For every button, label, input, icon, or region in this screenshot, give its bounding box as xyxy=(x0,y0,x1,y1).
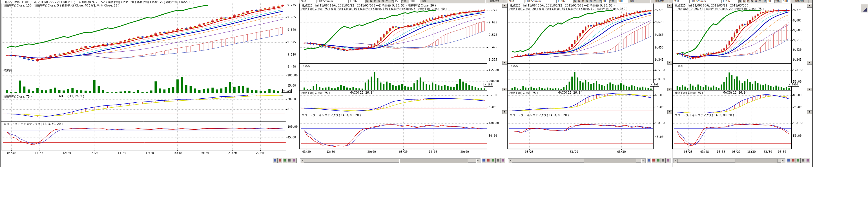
price-axis-tick: 9,345 xyxy=(793,58,802,61)
macd-ma-label: 移動平均( Close, 75 ) xyxy=(675,91,703,95)
price-axis-tick: 9,775 xyxy=(489,8,497,11)
chart-tool-button-3[interactable] xyxy=(287,158,292,163)
chart-tool-icon xyxy=(283,159,286,161)
scrollbar-thumb[interactable] xyxy=(584,159,637,163)
chart-tool-icon xyxy=(657,159,659,161)
scroll-left-arrow[interactable]: ◄ xyxy=(674,159,678,163)
collapse-section-button[interactable]: ▼ xyxy=(668,4,672,8)
price-axis-tick: 9,640 xyxy=(287,28,296,31)
chart-tool-button-1[interactable] xyxy=(278,158,282,163)
price-axis-tick: 9,775 xyxy=(793,8,802,11)
scrollbar-thumb[interactable] xyxy=(399,159,468,163)
chart-window-60min: 先物日経225mini11/06足分日週月年分60本数500適用複数銘柄日経22… xyxy=(672,0,813,167)
chart-canvas-15min[interactable] xyxy=(299,0,507,166)
chart-tool-button-0[interactable] xyxy=(482,158,486,163)
collapse-section-button[interactable]: ▼ xyxy=(807,4,812,8)
volume-axis-tick: 200.00 xyxy=(489,80,499,83)
chart-tool-icon xyxy=(274,159,276,161)
chart-tool-icon xyxy=(648,159,650,161)
time-axis-label: 03/30 xyxy=(7,151,16,155)
time-axis-label: 10:40 xyxy=(35,151,43,155)
chart-tool-button-3[interactable] xyxy=(496,158,500,163)
volume-section-label: 出来高 xyxy=(302,64,310,68)
chart-tool-button-3[interactable] xyxy=(661,158,665,163)
collapse-section-button[interactable]: ▼ xyxy=(502,4,507,8)
chart-tool-icon xyxy=(483,159,485,161)
stochastics-section-label: スロー・ストキャスティクス( 14, 3, 80, 20 ) xyxy=(3,122,63,126)
time-axis-label: 12:00 xyxy=(63,151,71,155)
chart-tool-icon xyxy=(293,159,296,161)
stochastics-section-label: スロー・ストキャスティクス( 14, 3, 80, 20 ) xyxy=(302,113,361,117)
stoch-axis-tick: 100.00 xyxy=(655,122,665,125)
collapse-section-button[interactable]: ▼ xyxy=(502,61,507,65)
price-axis-tick: 9,440 xyxy=(287,65,296,68)
horizontal-scrollbar[interactable]: ◄► xyxy=(300,158,480,163)
macd-ma-label: 移動平均( Close, 75 ) xyxy=(3,95,32,99)
stoch-axis-tick: 50.00 xyxy=(489,134,497,137)
chart-tool-button-1[interactable] xyxy=(791,158,796,163)
scrollbar-thumb[interactable] xyxy=(735,159,778,163)
horizontal-scrollbar[interactable]: ◄► xyxy=(508,158,646,163)
volume-section-label: 出来高 xyxy=(3,68,12,72)
time-axis-label: 16:30 xyxy=(717,150,725,153)
chart-tool-button-1[interactable] xyxy=(651,158,656,163)
macd-axis-tick: 28.50 xyxy=(287,98,296,101)
chart-tool-icon xyxy=(792,159,795,161)
trading-chart-workspace: { "app": { "toolbar": { "category_select… xyxy=(0,0,868,221)
volume-section-label: 出来高 xyxy=(509,64,518,68)
price-axis-tick: 9,450 xyxy=(655,46,663,49)
scroll-right-arrow[interactable]: ► xyxy=(476,159,480,163)
scroll-right-arrow[interactable]: ► xyxy=(642,159,645,163)
stoch-axis-tick: 45.00 xyxy=(287,136,296,139)
chart-window-30min: 先物日経225mini11/06足分日週月年分30本数500適用複数銘柄日経22… xyxy=(507,0,673,167)
macd-axis-tick: 65.00 xyxy=(655,94,663,97)
chart-tool-button-4[interactable] xyxy=(805,158,810,163)
time-axis-label: 16:30 xyxy=(778,150,786,153)
chart-title-line2: 移動平均( Close, 20 ) 移動平均( Close, 75 ) 移動平均… xyxy=(509,7,660,11)
chart-tool-button-0[interactable] xyxy=(273,158,278,163)
chart-tool-button-2[interactable] xyxy=(282,158,287,163)
chart-canvas-5min[interactable] xyxy=(1,0,299,166)
scroll-right-arrow[interactable]: ► xyxy=(781,159,785,163)
price-axis-tick: 9,475 xyxy=(489,46,497,49)
chart-tool-button-2[interactable] xyxy=(491,158,496,163)
price-axis-tick: 9,345 xyxy=(655,58,663,61)
scroll-left-arrow[interactable]: ◄ xyxy=(508,159,513,163)
collapse-section-button[interactable]: ▼ xyxy=(668,110,672,114)
macd-axis-tick: 25.00 xyxy=(793,105,802,108)
stochastics-section-label: スロー・ストキャスティクス( 14, 3, 80, 20 ) xyxy=(675,113,734,117)
chart-tool-button-3[interactable] xyxy=(801,158,805,163)
collapse-section-button[interactable]: ▼ xyxy=(502,88,507,91)
chart-tool-button-2[interactable] xyxy=(796,158,801,163)
collapse-section-button[interactable]: ▼ xyxy=(807,61,812,65)
volume-axis-tick: 120.00 xyxy=(793,69,803,72)
collapse-section-button[interactable]: ▼ xyxy=(807,88,812,91)
macd-axis-tick: 85.00 xyxy=(793,94,802,97)
chart-tool-icon xyxy=(492,159,494,161)
volume-axis-tick: 85.00 xyxy=(287,84,296,87)
time-axis-label: 03/30 xyxy=(399,150,407,153)
chart-tool-button-4[interactable] xyxy=(665,158,671,163)
collapse-section-button[interactable]: ▼ xyxy=(502,110,507,114)
macd-axis-tick: 65.00 xyxy=(489,94,497,97)
collapse-section-button[interactable]: ▼ xyxy=(807,110,812,114)
chart-tool-button-0[interactable] xyxy=(647,158,651,163)
collapse-section-button[interactable]: ▼ xyxy=(668,88,672,91)
chart-tool-button-2[interactable] xyxy=(656,158,661,163)
macd-section-label: MACD( 12, 26, 9 ) xyxy=(59,95,84,98)
chart-tool-button-0[interactable] xyxy=(786,158,791,163)
collapse-section-button[interactable]: ▼ xyxy=(668,61,672,65)
stoch-axis-tick: 100.00 xyxy=(287,125,298,128)
horizontal-scrollbar[interactable]: ◄► xyxy=(673,158,785,163)
chart-tool-button-4[interactable] xyxy=(500,158,505,163)
stoch-axis-tick: 50.00 xyxy=(793,134,802,137)
time-axis-label: 03/30 xyxy=(617,150,626,153)
chart-tool-button-1[interactable] xyxy=(486,158,491,163)
time-axis-label: 03/29 xyxy=(302,150,311,153)
macd-ma-label: 移動平均( Close, 75 ) xyxy=(509,91,538,95)
chart-tool-button-4[interactable] xyxy=(292,158,297,163)
chart-canvas-30min[interactable] xyxy=(507,0,673,166)
scrollbar-fragment[interactable] xyxy=(861,4,868,12)
price-axis-tick: 9,775 xyxy=(287,3,296,6)
scroll-left-arrow[interactable]: ◄ xyxy=(301,159,304,163)
